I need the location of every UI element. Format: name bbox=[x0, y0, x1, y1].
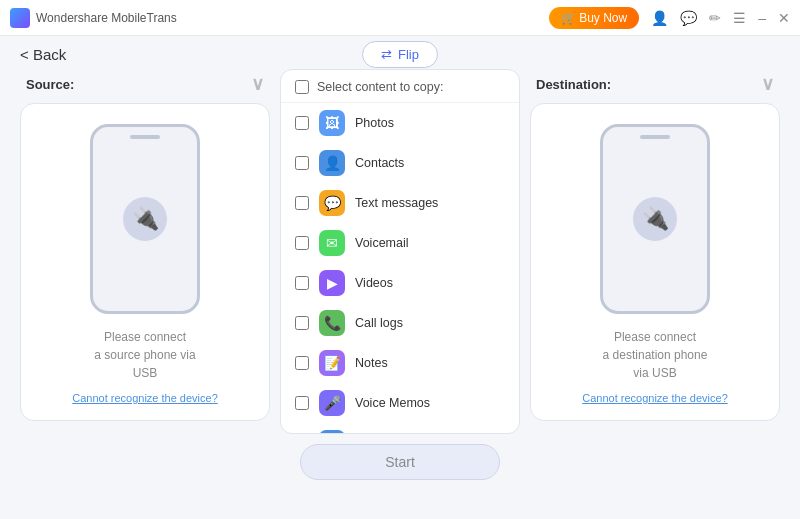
edit-icon[interactable]: ✏ bbox=[709, 10, 721, 26]
center-panel: Select content to copy: 🖼 Photos 👤 Conta… bbox=[280, 69, 520, 480]
list-item[interactable]: 👤 Contact blacklist bbox=[281, 423, 519, 433]
list-item[interactable]: ▶ Videos bbox=[281, 263, 519, 303]
item-icon-8: 👤 bbox=[319, 430, 345, 433]
source-phone-card: 🔌 Please connecta source phone viaUSB Ca… bbox=[20, 103, 270, 421]
list-item[interactable]: 🎤 Voice Memos bbox=[281, 383, 519, 423]
items-scroll: 🖼 Photos 👤 Contacts 💬 Text messages ✉ Vo… bbox=[281, 103, 519, 433]
item-icon-4: ▶ bbox=[319, 270, 345, 296]
item-label-1: Contacts bbox=[355, 156, 404, 170]
select-all-checkbox[interactable] bbox=[295, 80, 309, 94]
list-item[interactable]: 🖼 Photos bbox=[281, 103, 519, 143]
destination-cannot-recognize-link[interactable]: Cannot recognize the device? bbox=[582, 392, 728, 404]
profile-icon[interactable]: 👤 bbox=[651, 10, 668, 26]
select-all-row[interactable]: Select content to copy: bbox=[281, 70, 519, 103]
source-dropdown-icon[interactable]: ∨ bbox=[251, 73, 264, 95]
item-checkbox-1[interactable] bbox=[295, 156, 309, 170]
item-label-2: Text messages bbox=[355, 196, 438, 210]
item-checkbox-0[interactable] bbox=[295, 116, 309, 130]
menu-icon[interactable]: ☰ bbox=[733, 10, 746, 26]
item-label-0: Photos bbox=[355, 116, 394, 130]
destination-dropdown-icon[interactable]: ∨ bbox=[761, 73, 774, 95]
item-icon-2: 💬 bbox=[319, 190, 345, 216]
item-label-5: Call logs bbox=[355, 316, 403, 330]
destination-connect-label: Please connecta destination phonevia USB bbox=[603, 328, 708, 382]
list-item[interactable]: ✉ Voicemail bbox=[281, 223, 519, 263]
source-connect-label: Please connecta source phone viaUSB bbox=[94, 328, 195, 382]
item-icon-7: 🎤 bbox=[319, 390, 345, 416]
source-usb-icon: 🔌 bbox=[123, 197, 167, 241]
source-label: Source: bbox=[26, 77, 74, 92]
window-controls: 👤 💬 ✏ ☰ – ✕ bbox=[651, 10, 790, 26]
item-checkbox-4[interactable] bbox=[295, 276, 309, 290]
source-panel: Source: ∨ 🔌 Please connecta source phone… bbox=[20, 69, 270, 421]
item-icon-5: 📞 bbox=[319, 310, 345, 336]
destination-panel: Destination: ∨ 🔌 Please connecta destina… bbox=[530, 69, 780, 421]
item-label-4: Videos bbox=[355, 276, 393, 290]
item-label-6: Notes bbox=[355, 356, 388, 370]
topbar: < Back ⇄ Flip bbox=[0, 36, 800, 69]
app-icon bbox=[10, 8, 30, 28]
app-title: Wondershare MobileTrans bbox=[36, 11, 549, 25]
list-item[interactable]: 📝 Notes bbox=[281, 343, 519, 383]
source-cannot-recognize-link[interactable]: Cannot recognize the device? bbox=[72, 392, 218, 404]
item-checkbox-2[interactable] bbox=[295, 196, 309, 210]
destination-header: Destination: ∨ bbox=[530, 69, 780, 103]
columns: Source: ∨ 🔌 Please connecta source phone… bbox=[0, 69, 800, 519]
item-icon-6: 📝 bbox=[319, 350, 345, 376]
list-item[interactable]: 👤 Contacts bbox=[281, 143, 519, 183]
item-checkbox-5[interactable] bbox=[295, 316, 309, 330]
close-icon[interactable]: ✕ bbox=[778, 10, 790, 26]
item-label-7: Voice Memos bbox=[355, 396, 430, 410]
item-checkbox-3[interactable] bbox=[295, 236, 309, 250]
back-button[interactable]: < Back bbox=[20, 46, 66, 63]
list-item[interactable]: 💬 Text messages bbox=[281, 183, 519, 223]
item-icon-1: 👤 bbox=[319, 150, 345, 176]
source-header: Source: ∨ bbox=[20, 69, 270, 103]
content-list-box: Select content to copy: 🖼 Photos 👤 Conta… bbox=[280, 69, 520, 434]
titlebar: Wondershare MobileTrans 🛒 Buy Now 👤 💬 ✏ … bbox=[0, 0, 800, 36]
main-content: < Back ⇄ Flip Source: ∨ 🔌 Please connect… bbox=[0, 36, 800, 519]
flip-icon: ⇄ bbox=[381, 47, 392, 62]
destination-phone-frame: 🔌 bbox=[600, 124, 710, 314]
destination-label: Destination: bbox=[536, 77, 611, 92]
list-item[interactable]: 📞 Call logs bbox=[281, 303, 519, 343]
destination-phone-card: 🔌 Please connecta destination phonevia U… bbox=[530, 103, 780, 421]
item-label-3: Voicemail bbox=[355, 236, 409, 250]
flip-label: Flip bbox=[398, 47, 419, 62]
flip-button[interactable]: ⇄ Flip bbox=[362, 41, 438, 68]
buy-now-button[interactable]: 🛒 Buy Now bbox=[549, 7, 639, 29]
minimize-icon[interactable]: – bbox=[758, 10, 766, 26]
start-btn-wrap: Start bbox=[280, 434, 520, 480]
item-icon-0: 🖼 bbox=[319, 110, 345, 136]
source-phone-frame: 🔌 bbox=[90, 124, 200, 314]
item-checkbox-6[interactable] bbox=[295, 356, 309, 370]
destination-usb-icon: 🔌 bbox=[633, 197, 677, 241]
start-button[interactable]: Start bbox=[300, 444, 500, 480]
item-checkbox-7[interactable] bbox=[295, 396, 309, 410]
chat-icon[interactable]: 💬 bbox=[680, 10, 697, 26]
item-icon-3: ✉ bbox=[319, 230, 345, 256]
select-all-label: Select content to copy: bbox=[317, 80, 443, 94]
